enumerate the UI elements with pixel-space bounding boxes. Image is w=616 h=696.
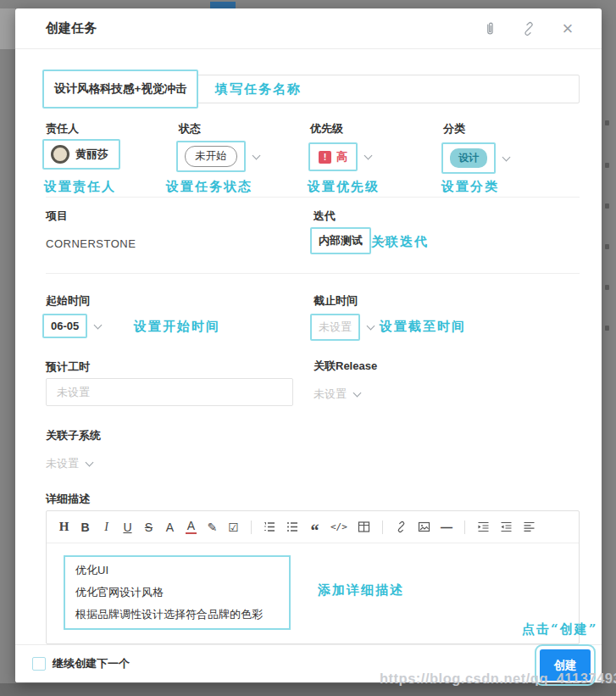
priority-label: 优先级 xyxy=(310,121,343,136)
font-color-icon[interactable]: A xyxy=(186,520,197,534)
due-time-label: 截止时间 xyxy=(314,293,358,309)
close-icon[interactable]: × xyxy=(559,20,576,37)
start-time-label: 起始时间 xyxy=(46,293,90,309)
code-icon[interactable]: </> xyxy=(330,521,347,532)
priority-value: 高 xyxy=(336,149,347,164)
blockquote-icon[interactable]: “ xyxy=(309,527,320,534)
description-note: 添加详细描述 xyxy=(318,582,404,599)
task-name-annotation-box: 设计风格科技感+视觉冲击 xyxy=(42,70,198,109)
backdrop-artifact xyxy=(605,203,609,209)
toolbar-separator xyxy=(464,521,465,534)
dialog-title: 创建任务 xyxy=(46,20,481,36)
heading-icon[interactable]: H xyxy=(58,520,69,534)
due-time-picker[interactable]: 未设置 xyxy=(310,314,360,341)
description-label: 详细描述 xyxy=(46,492,90,507)
category-value[interactable]: 设计 xyxy=(450,148,487,168)
assignee-picker[interactable]: 黄丽莎 xyxy=(42,139,120,170)
task-list-icon[interactable]: ☑ xyxy=(228,521,239,534)
description-line: 优化UI xyxy=(75,560,279,582)
backdrop-artifact xyxy=(605,244,609,249)
category-label: 分类 xyxy=(443,121,465,136)
status-value[interactable]: 未开始 xyxy=(185,146,237,167)
toolbar-separator xyxy=(251,521,252,534)
assignee-name: 黄丽莎 xyxy=(75,147,108,162)
backdrop-artifact xyxy=(0,8,15,49)
backdrop-artifact xyxy=(605,163,609,168)
indent-icon[interactable] xyxy=(477,521,490,533)
release-label: 关联Release xyxy=(314,359,377,374)
horizontal-rule-icon[interactable]: — xyxy=(441,521,452,534)
chevron-down-icon[interactable] xyxy=(502,153,511,161)
priority-picker[interactable]: ! 高 xyxy=(308,142,358,171)
strikethrough-icon[interactable]: S xyxy=(143,521,154,534)
project-value: CORNERSTONE xyxy=(46,237,136,250)
insert-link-icon[interactable] xyxy=(395,521,408,533)
align-left-icon[interactable] xyxy=(523,521,536,533)
unordered-list-icon[interactable] xyxy=(286,521,299,533)
start-time-picker[interactable]: 06-05 xyxy=(42,314,87,338)
status-label: 状态 xyxy=(179,121,201,136)
assignee-note: 设置责任人 xyxy=(44,179,116,195)
chevron-down-icon[interactable] xyxy=(86,459,94,467)
iteration-label: 迭代 xyxy=(314,209,336,224)
task-name-note: 填写任务名称 xyxy=(215,81,302,97)
estimate-input[interactable] xyxy=(46,378,293,406)
font-size-icon[interactable]: A xyxy=(164,521,175,534)
backdrop-artifact xyxy=(605,120,609,125)
underline-icon[interactable]: U xyxy=(122,521,133,534)
estimate-label: 预计工时 xyxy=(46,359,90,375)
assignee-label: 责任人 xyxy=(46,121,79,136)
chevron-down-icon[interactable] xyxy=(353,389,362,398)
create-task-dialog: 创建任务 × 设计风格科技感+视觉冲击 填写任务名称 责任人 状态 优先级 分类… xyxy=(15,8,602,682)
chevron-down-icon[interactable] xyxy=(94,320,103,329)
chevron-down-icon[interactable] xyxy=(252,151,260,159)
project-label: 项目 xyxy=(46,209,68,224)
task-name-value: 设计风格科技感+视觉冲击 xyxy=(54,81,186,97)
dialog-header: 创建任务 × xyxy=(15,8,602,49)
description-line: 优化官网设计风格 xyxy=(75,582,279,604)
chevron-down-icon[interactable] xyxy=(367,322,375,331)
browser-tab-indicator xyxy=(210,2,236,8)
description-line: 根据品牌调性设计选择符合品牌的色彩 xyxy=(75,604,279,626)
table-icon[interactable] xyxy=(358,521,370,533)
attachment-icon[interactable] xyxy=(481,20,498,37)
status-picker[interactable]: 未开始 xyxy=(176,141,246,172)
toolbar-separator xyxy=(382,521,383,534)
due-time-note: 设置截至时间 xyxy=(380,319,466,335)
create-next-label: 继续创建下一个 xyxy=(53,656,130,671)
highlight-pen-icon[interactable]: ✎ xyxy=(207,521,218,534)
italic-icon[interactable]: I xyxy=(101,521,112,534)
category-picker[interactable]: 设计 xyxy=(441,142,496,174)
priority-icon: ! xyxy=(319,151,331,164)
chevron-down-icon[interactable] xyxy=(364,152,373,160)
divider xyxy=(46,197,580,198)
backdrop-artifact xyxy=(605,285,609,290)
create-next-checkbox[interactable] xyxy=(32,657,46,671)
create-button-note: 点击“创建” xyxy=(522,621,597,638)
watermark: https://blog.csdn.net/qq_41137493 xyxy=(380,671,616,687)
release-value[interactable]: 未设置 xyxy=(314,387,347,402)
description-content[interactable]: 优化UI 优化官网设计风格 根据品牌调性设计选择符合品牌的色彩 xyxy=(64,555,291,630)
editor-toolbar: H B I U S A A ✎ ☑ “ </> xyxy=(47,511,579,543)
iteration-note: 关联迭代 xyxy=(371,234,429,250)
assignee-avatar xyxy=(51,145,69,164)
description-editor[interactable]: H B I U S A A ✎ ☑ “ </> xyxy=(46,510,580,644)
priority-note: 设置优先级 xyxy=(308,179,380,195)
start-time-note: 设置开始时间 xyxy=(134,319,220,335)
subsystem-label: 关联子系统 xyxy=(46,428,101,443)
subsystem-value[interactable]: 未设置 xyxy=(46,456,79,471)
status-note: 设置任务状态 xyxy=(166,179,253,195)
ordered-list-icon[interactable] xyxy=(264,521,276,533)
divider xyxy=(46,273,580,274)
backdrop-artifact xyxy=(605,326,609,331)
outdent-icon[interactable] xyxy=(500,521,513,533)
link-icon[interactable] xyxy=(520,20,537,37)
insert-image-icon[interactable] xyxy=(418,521,430,533)
iteration-picker[interactable]: 内部测试 xyxy=(310,227,371,254)
bold-icon[interactable]: B xyxy=(80,521,91,534)
category-note: 设置分类 xyxy=(441,179,499,195)
